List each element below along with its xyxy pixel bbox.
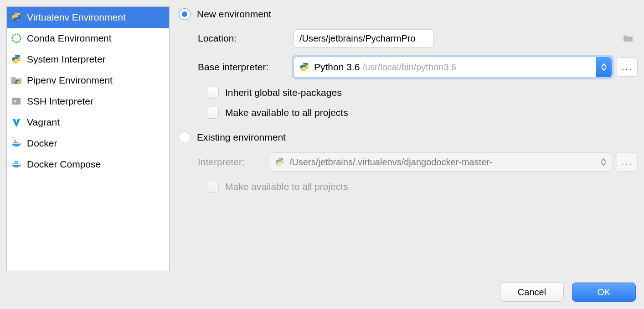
- checkbox-existing-make-available: [207, 181, 219, 193]
- svg-point-1: [17, 21, 18, 21]
- sidebar-item-system[interactable]: System Interpreter: [7, 49, 169, 70]
- inherit-packages-label: Inherit global site-packages: [225, 87, 342, 98]
- base-interpreter-path: /usr/local/bin/python3.6: [362, 62, 456, 73]
- svg-rect-5: [15, 142, 16, 143]
- terminal-icon: [10, 95, 22, 107]
- radio-existing-environment[interactable]: [179, 131, 191, 143]
- svg-point-2: [12, 34, 21, 42]
- docker-compose-icon: [10, 158, 22, 170]
- python-icon: [10, 11, 22, 23]
- checkbox-make-available[interactable]: [207, 107, 219, 119]
- sidebar-item-label: System Interpreter: [27, 54, 106, 65]
- sidebar-item-label: Vagrant: [27, 117, 60, 128]
- existing-environment-label: Existing environment: [197, 132, 286, 143]
- existing-make-available-label: Make available to all projects: [225, 181, 348, 192]
- make-available-label: Make available to all projects: [225, 107, 348, 118]
- base-interpreter-name: Python 3.6: [314, 62, 360, 73]
- location-input[interactable]: [294, 29, 433, 47]
- vagrant-icon: [10, 116, 22, 128]
- base-interpreter-select[interactable]: Python 3.6 /usr/local/bin/python3.6: [294, 57, 612, 78]
- svg-rect-4: [13, 142, 14, 143]
- python-icon: [274, 156, 286, 168]
- checkbox-inherit-packages[interactable]: [207, 87, 219, 99]
- main-panel: New environment Location: Base interpret…: [179, 6, 638, 309]
- cancel-button[interactable]: Cancel: [500, 283, 564, 302]
- sidebar-item-label: Conda Environment: [27, 33, 112, 44]
- svg-rect-10: [16, 163, 18, 164]
- sidebar-item-docker[interactable]: Docker: [7, 133, 169, 154]
- sidebar-item-label: Docker: [27, 138, 57, 149]
- new-environment-label: New environment: [197, 9, 271, 20]
- svg-rect-7: [15, 140, 16, 141]
- dropdown-arrows-icon: [598, 153, 609, 171]
- docker-icon: [10, 137, 22, 149]
- sidebar-item-pipenv[interactable]: Pipenv Environment: [7, 70, 169, 91]
- svg-rect-9: [15, 163, 16, 164]
- base-interpreter-more-button[interactable]: ...: [617, 58, 638, 77]
- existing-interpreter-select: /Users/jetbrains/.virtualenvs/djangodock…: [269, 152, 612, 172]
- sidebar-item-virtualenv[interactable]: Virtualenv Environment: [7, 7, 169, 28]
- svg-rect-11: [15, 161, 16, 162]
- location-label: Location:: [198, 33, 286, 44]
- sidebar-item-vagrant[interactable]: Vagrant: [7, 112, 169, 133]
- sidebar-item-label: Virtualenv Environment: [27, 12, 126, 23]
- sidebar: Virtualenv Environment Conda Environment…: [6, 6, 170, 271]
- ok-button[interactable]: OK: [572, 283, 636, 302]
- existing-interpreter-more-button: ...: [617, 152, 638, 172]
- sidebar-item-label: Pipenv Environment: [27, 75, 113, 86]
- python-icon: [10, 53, 22, 65]
- browse-folder-icon[interactable]: [622, 32, 634, 44]
- svg-rect-3: [12, 98, 21, 105]
- svg-point-0: [15, 14, 15, 15]
- python-icon: [299, 61, 310, 73]
- conda-icon: [10, 32, 22, 44]
- existing-interpreter-label: Interpreter:: [198, 157, 262, 168]
- dropdown-arrows-icon: [596, 57, 612, 77]
- svg-rect-12: [16, 161, 18, 162]
- sidebar-item-conda[interactable]: Conda Environment: [7, 28, 169, 49]
- folder-python-icon: [10, 74, 22, 86]
- sidebar-item-docker-compose[interactable]: Docker Compose: [7, 154, 169, 175]
- sidebar-item-ssh[interactable]: SSH Interpreter: [7, 91, 169, 112]
- radio-new-environment[interactable]: [179, 8, 191, 20]
- sidebar-item-label: SSH Interpreter: [27, 96, 93, 107]
- svg-rect-6: [16, 142, 18, 143]
- existing-interpreter-value: /Users/jetbrains/.virtualenvs/djangodock…: [289, 157, 493, 168]
- base-interpreter-label: Base interpreter:: [198, 62, 286, 73]
- dialog-footer: Cancel OK: [500, 283, 636, 302]
- svg-rect-8: [13, 163, 14, 164]
- sidebar-item-label: Docker Compose: [27, 159, 101, 170]
